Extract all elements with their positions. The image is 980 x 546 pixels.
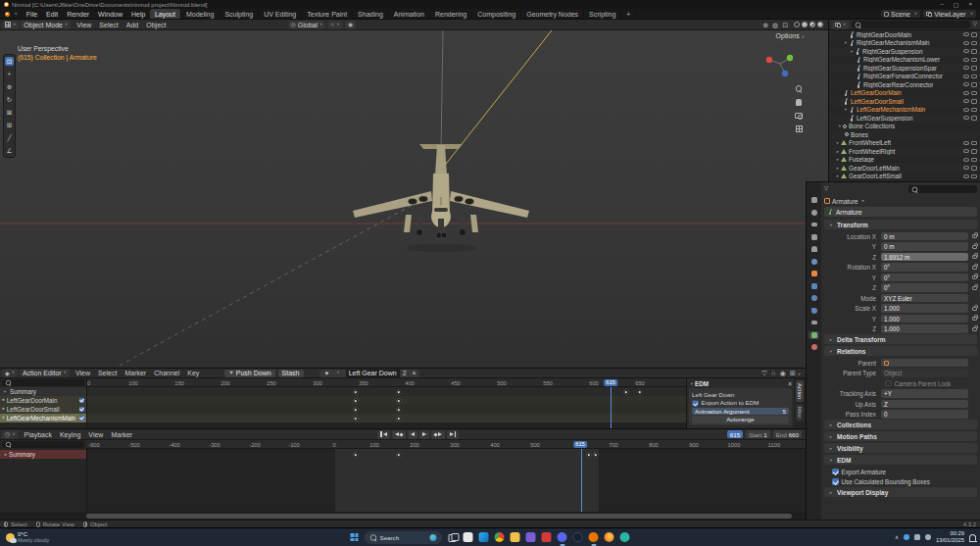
tab-constraints[interactable] [808, 319, 819, 326]
scale-z-field[interactable]: 1.000 [881, 324, 968, 333]
keyframe-diamond[interactable] [396, 398, 401, 403]
workspace-tab-modeling[interactable]: Modeling [181, 9, 220, 19]
panel-tab-action[interactable]: Action [796, 380, 804, 402]
rotation-x-field[interactable]: 0° [881, 263, 968, 272]
relations-section-header[interactable]: ▾Relations [824, 346, 977, 356]
previous-keyframe-button[interactable] [392, 430, 406, 439]
blender-app-icon[interactable] [589, 532, 599, 542]
workspace-tab-scripting[interactable]: Scripting [584, 9, 621, 19]
timeline-menu-view[interactable]: View [84, 431, 107, 438]
disable-viewport-toggle[interactable] [971, 99, 977, 104]
aircraft-model[interactable] [353, 144, 529, 252]
outliner-item[interactable]: ▾Bone Collections [829, 123, 980, 131]
outliner-item[interactable]: RightGearDoorMain [829, 30, 980, 39]
outliner-item-selected[interactable]: LeftGearDoorMain [829, 89, 980, 98]
disable-viewport-toggle[interactable] [971, 82, 977, 87]
export-armature-checkbox[interactable] [832, 469, 839, 475]
menu-file[interactable]: File [22, 9, 41, 19]
keyframe-diamond[interactable] [637, 389, 642, 394]
workspace-tab-sculpting[interactable]: Sculpting [220, 9, 259, 19]
edge-browser-icon[interactable] [479, 532, 489, 542]
timeline-playhead[interactable] [581, 449, 582, 512]
keyframe-diamond[interactable] [623, 389, 628, 394]
proportional-editing-toggle[interactable]: ◉ [345, 21, 356, 29]
zoom-view-icon[interactable] [796, 85, 803, 92]
dope-overlay-icon[interactable]: ⊞∨ [790, 370, 801, 377]
viewport-menu-view[interactable]: View [73, 22, 95, 28]
shading-material-button[interactable] [809, 22, 815, 27]
current-frame-field[interactable]: 615 [727, 430, 743, 438]
dope-menu-marker[interactable]: Marker [121, 370, 150, 376]
timeline-scrollbar[interactable] [0, 512, 806, 520]
tab-scene[interactable] [808, 245, 819, 253]
keyframe-diamond[interactable] [396, 389, 401, 394]
outliner-item-selected[interactable]: LeftGearDoorSmall [829, 97, 980, 106]
disable-viewport-toggle[interactable] [971, 66, 977, 71]
task-view-button[interactable] [449, 533, 458, 542]
scale-x-field[interactable]: 1.000 [881, 304, 968, 313]
outliner-item-selected[interactable]: ▾LeftGearMechanismMain [829, 106, 980, 115]
shading-solid-button[interactable] [802, 22, 808, 27]
lock-icon[interactable] [972, 327, 977, 331]
outliner-item[interactable]: LeftGearSuspension [829, 114, 980, 123]
camera-view-icon[interactable] [795, 113, 803, 119]
dope-menu-select[interactable]: Select [94, 370, 121, 376]
discord-icon[interactable] [558, 532, 567, 542]
move-tool[interactable]: ⊕ [5, 82, 14, 91]
hide-viewport-toggle[interactable] [963, 58, 969, 62]
app-icon-teal[interactable] [620, 532, 630, 542]
select-box-tool[interactable]: ⊡ [5, 57, 14, 66]
tab-material[interactable] [808, 343, 819, 351]
keyframe-diamond[interactable] [396, 407, 401, 412]
disable-viewport-toggle[interactable] [971, 149, 977, 154]
snapping-magnet-toggle[interactable]: ∩∨ [327, 21, 343, 29]
scene-selector[interactable]: Scene∨ [881, 10, 920, 18]
menu-help[interactable]: Help [127, 9, 150, 19]
channel-row[interactable]: ●LeftGearDoorMain [0, 396, 86, 405]
action-selector[interactable]: ◆∨ Left Gear Down 2 × [319, 370, 419, 377]
dope-current-frame-badge[interactable]: 615 [604, 379, 617, 386]
outliner-item[interactable]: RightGearMechanismLower [829, 56, 980, 65]
next-keyframe-button[interactable] [431, 430, 445, 439]
hide-viewport-toggle[interactable] [963, 166, 969, 170]
hide-viewport-toggle[interactable] [963, 108, 969, 112]
view-layer-selector[interactable]: ViewLayer∨ [923, 10, 976, 18]
tab-particles[interactable] [808, 294, 819, 302]
summary-keyframe-strip[interactable] [87, 387, 686, 396]
visibility-section-header[interactable]: ▸Visibility [824, 443, 977, 453]
collections-section-header[interactable]: ▸Collections [824, 420, 977, 429]
keyframe-strip[interactable] [87, 396, 686, 405]
outliner-item[interactable]: Bones [829, 130, 980, 139]
disable-viewport-toggle[interactable] [971, 41, 977, 46]
tab-output[interactable] [808, 221, 819, 228]
channel-enable-checkbox[interactable] [79, 398, 84, 403]
axis-z-ball[interactable] [782, 71, 788, 76]
outliner-item[interactable]: RightGearSuspensionSpar [829, 64, 980, 73]
autorange-button[interactable]: Autorange [692, 416, 789, 423]
keyframe-strip[interactable] [87, 405, 686, 414]
disable-viewport-toggle[interactable] [971, 158, 977, 163]
dope-menu-channel[interactable]: Channel [150, 370, 183, 376]
location-z-field[interactable]: 1.6912 m [881, 253, 968, 262]
workspace-tab-rendering[interactable]: Rendering [430, 9, 472, 19]
outliner-editor-type-button[interactable]: ∨ [832, 21, 849, 29]
transform-tool[interactable]: ⊞ [5, 121, 14, 129]
editor-type-button[interactable]: ∨ [2, 21, 19, 29]
browse-action-icon[interactable]: ◆∨ [319, 370, 346, 377]
scale-y-field[interactable]: 1.000 [881, 315, 968, 323]
tab-render[interactable] [808, 209, 819, 217]
stash-button[interactable]: Stash [278, 370, 304, 377]
motion-paths-section-header[interactable]: ▸Motion Paths [824, 431, 977, 441]
channel-search-input[interactable] [0, 378, 86, 387]
disable-viewport-toggle[interactable] [971, 108, 977, 113]
channel-summary[interactable]: ▾Summary [0, 387, 86, 396]
workspace-tab-texture-paint[interactable]: Texture Paint [302, 9, 353, 19]
dope-menu-key[interactable]: Key [183, 370, 203, 376]
menu-edit[interactable]: Edit [42, 9, 63, 19]
lock-icon[interactable] [972, 245, 977, 249]
properties-search-input[interactable] [908, 185, 977, 193]
disable-viewport-toggle[interactable] [971, 49, 977, 54]
outliner-item[interactable]: ▸GearDoorLeftMain [829, 164, 980, 173]
viewport-menu-select[interactable]: Select [95, 22, 122, 28]
notification-bell-icon[interactable] [969, 534, 976, 541]
